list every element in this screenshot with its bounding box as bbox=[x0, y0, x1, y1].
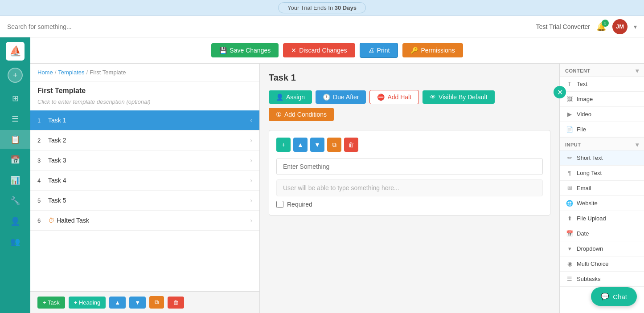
task-item[interactable]: 3 Task 3 › bbox=[30, 150, 259, 171]
image-icon: 🖼 bbox=[566, 96, 573, 102]
avatar-dropdown-icon[interactable]: ▾ bbox=[634, 23, 637, 30]
sidebar-item-settings[interactable]: 🔧 bbox=[0, 191, 30, 210]
sidebar-item-profile[interactable]: 👤 bbox=[0, 212, 30, 231]
breadcrumb-sep2: / bbox=[86, 69, 88, 76]
close-panel-area: ✕ bbox=[554, 86, 566, 98]
task-content-card: + ▲ ▼ ⧉ 🗑 User will be able to type some… bbox=[269, 130, 550, 215]
conditions-icon: ① bbox=[276, 111, 282, 118]
sidebar-item-home[interactable]: ⊞ bbox=[0, 89, 30, 108]
task-item[interactable]: 6 ⏱ Halted Task › bbox=[30, 211, 259, 231]
breadcrumb-home[interactable]: Home bbox=[37, 69, 53, 76]
add-task-button[interactable]: + Task bbox=[37, 297, 65, 309]
input-item-email[interactable]: ✉ Email bbox=[560, 181, 644, 196]
card-move-up-button[interactable]: ▲ bbox=[293, 138, 308, 152]
content-item-file[interactable]: 📄 File bbox=[560, 122, 644, 137]
task-item[interactable]: 5 Task 5 › bbox=[30, 191, 259, 211]
input-item-label: Website bbox=[577, 200, 598, 207]
video-icon: ▶ bbox=[566, 111, 573, 118]
content-section-header[interactable]: CONTENT ▾ bbox=[560, 64, 644, 77]
task-num: 6 bbox=[37, 217, 48, 224]
content-label-input[interactable] bbox=[276, 158, 543, 175]
add-button[interactable]: + bbox=[8, 68, 23, 83]
workspace-name: Test Trial Converter bbox=[536, 23, 590, 30]
input-item-dropdown[interactable]: ▾ Dropdown bbox=[560, 241, 644, 256]
task-name: Task 3 bbox=[48, 157, 250, 164]
content-item-text[interactable]: T Text bbox=[560, 77, 644, 92]
delete-button[interactable]: 🗑 bbox=[168, 297, 184, 309]
input-item-long-text[interactable]: ¶ Long Text bbox=[560, 166, 644, 181]
discard-changes-button[interactable]: ✕ Discard Changes bbox=[283, 43, 355, 57]
sidebar-item-calendar[interactable]: 📅 bbox=[0, 150, 30, 169]
card-delete-button[interactable]: 🗑 bbox=[344, 138, 358, 152]
input-item-website[interactable]: 🌐 Website bbox=[560, 196, 644, 211]
task-item[interactable]: 2 Task 2 › bbox=[30, 130, 259, 150]
avatar[interactable]: JM bbox=[612, 19, 628, 34]
required-checkbox[interactable] bbox=[276, 201, 283, 208]
card-move-down-button[interactable]: ▼ bbox=[310, 138, 324, 152]
permissions-button[interactable]: 🔑 Permissions bbox=[402, 43, 463, 57]
sidebar-item-team[interactable]: 👥 bbox=[0, 232, 30, 251]
toolbar: 💾 Save Changes ✕ Discard Changes 🖨 Print… bbox=[30, 37, 644, 64]
input-item-label: Subtasks bbox=[577, 276, 600, 282]
input-item-label: Email bbox=[577, 185, 591, 191]
card-add-button[interactable]: + bbox=[276, 138, 291, 152]
task-name: Halted Task bbox=[57, 217, 250, 224]
content-toggle-icon[interactable]: ▾ bbox=[636, 67, 639, 74]
sidebar-item-templates[interactable]: 📋 bbox=[0, 130, 30, 149]
file-icon: 📄 bbox=[566, 126, 573, 133]
search-input[interactable] bbox=[7, 23, 536, 30]
input-item-multi-choice[interactable]: ◉ Multi Choice bbox=[560, 256, 644, 272]
add-heading-button[interactable]: + Heading bbox=[69, 297, 106, 309]
task-num: 2 bbox=[37, 137, 48, 144]
template-title: First Template bbox=[30, 81, 259, 97]
save-changes-button[interactable]: 💾 Save Changes bbox=[211, 43, 279, 57]
logo: ⛵ bbox=[6, 42, 25, 61]
task-num: 1 bbox=[37, 117, 48, 124]
input-item-file-upload[interactable]: ⬆ File Upload bbox=[560, 211, 644, 226]
add-conditions-button[interactable]: ① Add Conditions bbox=[269, 108, 334, 121]
task-chevron-icon: › bbox=[250, 177, 252, 184]
task-actions: 👤 Assign 🕐 Due After ⛔ Add Halt 👁 bbox=[269, 90, 550, 121]
assign-button[interactable]: 👤 Assign bbox=[269, 90, 312, 104]
add-halt-button[interactable]: ⛔ Add Halt bbox=[369, 90, 419, 104]
trial-text: Your Trial Ends In bbox=[287, 4, 335, 11]
input-item-subtasks[interactable]: ☰ Subtasks bbox=[560, 272, 644, 287]
task-item[interactable]: 1 Task 1 ‹ bbox=[30, 110, 259, 130]
sidebar-nav: ⊞ ☰ 📋 📅 📊 🔧 👤 👥 bbox=[0, 89, 30, 251]
content-items: T Text 🖼 Image ▶ Video bbox=[560, 77, 644, 137]
input-item-label: Date bbox=[577, 230, 589, 237]
notification-bell[interactable]: 🔔 3 bbox=[596, 22, 606, 32]
text-icon: T bbox=[566, 81, 573, 87]
right-panel: ✕ CONTENT ▾ T Text bbox=[559, 64, 644, 313]
file-upload-icon: ⬆ bbox=[566, 215, 573, 222]
move-up-button[interactable]: ▲ bbox=[109, 297, 126, 309]
task-chevron-icon: › bbox=[250, 137, 252, 144]
sidebar-item-reports[interactable]: 📊 bbox=[0, 171, 30, 190]
breadcrumb: Home / Templates / First Template bbox=[30, 64, 259, 81]
visible-by-default-button[interactable]: 👁 Visible By Default bbox=[422, 90, 494, 104]
sidebar-item-tasks[interactable]: ☰ bbox=[0, 110, 30, 128]
content-item-video[interactable]: ▶ Video bbox=[560, 107, 644, 122]
input-item-date[interactable]: 📅 Date bbox=[560, 226, 644, 241]
copy-button[interactable]: ⧉ bbox=[149, 296, 164, 309]
card-copy-button[interactable]: ⧉ bbox=[327, 138, 341, 152]
task-name: Task 1 bbox=[48, 117, 250, 124]
template-description[interactable]: Click to enter template description (opt… bbox=[30, 97, 259, 110]
close-panel-button[interactable]: ✕ bbox=[554, 86, 566, 98]
print-button[interactable]: 🖨 Print bbox=[360, 43, 398, 58]
task-item[interactable]: 4 Task 4 › bbox=[30, 171, 259, 191]
input-toggle-icon[interactable]: ▾ bbox=[636, 141, 639, 148]
chat-button[interactable]: 💬 Chat bbox=[591, 287, 637, 306]
chat-icon: 💬 bbox=[601, 293, 609, 301]
content-item-image[interactable]: 🖼 Image bbox=[560, 92, 644, 107]
due-after-button[interactable]: 🕐 Due After bbox=[316, 90, 366, 104]
breadcrumb-sep1: / bbox=[55, 69, 57, 76]
breadcrumb-templates[interactable]: Templates bbox=[58, 69, 84, 76]
assign-icon: 👤 bbox=[276, 93, 283, 101]
long-text-icon: ¶ bbox=[566, 170, 573, 176]
task-name: Task 2 bbox=[48, 137, 250, 144]
input-item-short-text[interactable]: ✏ Short Text bbox=[560, 150, 644, 166]
left-panel: Home / Templates / First Template First … bbox=[30, 64, 260, 313]
move-down-button[interactable]: ▼ bbox=[129, 297, 146, 309]
input-section-header[interactable]: INPUT ▾ bbox=[560, 138, 644, 150]
